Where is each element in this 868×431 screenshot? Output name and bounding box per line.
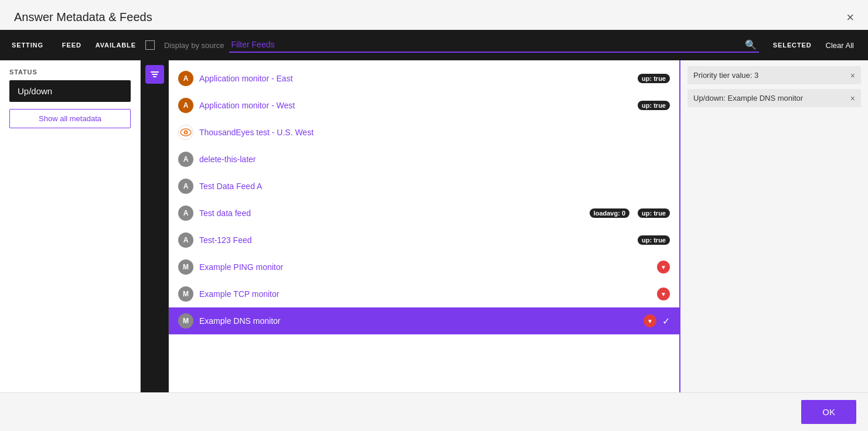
feed-item[interactable]: AApplication monitor - Westup: true [169,92,679,119]
down-arrow-icon: ▼ [657,261,670,273]
feed-item[interactable]: ThousandEyes test - U.S. West [169,119,679,146]
filter-feeds-input[interactable] [232,37,743,52]
feed-item-name: ThousandEyes test - U.S. West [199,128,670,137]
left-panel: STATUS Up/down Show all metadata [0,60,141,392]
selected-checkmark: ✓ [662,316,670,327]
svg-point-5 [185,132,187,134]
display-by-label: Display by source [164,41,224,50]
feed-item-name: Example PING monitor [199,262,651,272]
search-icon: 🔍 [745,39,757,50]
down-arrow-icon: ▼ [657,288,670,300]
feed-item[interactable]: ATest Data Feed A [169,173,679,200]
selected-tag: Priority tier value: 3× [687,66,861,84]
feed-avatar: A [178,232,193,248]
feed-avatar [178,125,193,140]
toolbar-feed-label: FEED [53,42,91,49]
selected-tag-close-button[interactable]: × [850,71,855,80]
toolbar-selected-label: SELECTED [764,42,821,49]
filter-icon [150,70,159,79]
feed-badge: up: true [638,101,670,110]
svg-rect-1 [152,74,158,75]
selected-tag-text: Up/down: Example DNS monitor [693,94,803,102]
feed-avatar: A [178,206,193,221]
selected-tag-close-button[interactable]: × [850,94,855,102]
feed-badge: up: true [638,74,670,83]
svg-rect-0 [151,71,159,73]
right-panel: Priority tier value: 3×Up/down: Example … [680,60,868,392]
show-all-metadata-button[interactable]: Show all metadata [9,109,131,128]
toolbar-available-label: AVAILABLE [91,42,141,49]
toolbar-setting-label: SETTING [9,42,53,49]
down-arrow-icon: ▼ [644,314,656,327]
feed-item[interactable]: ATest-123 Feedup: true [169,227,679,254]
feed-item-name: Example DNS monitor [199,316,638,326]
feed-item[interactable]: ATest data feedloadavg: 0up: true [169,200,679,227]
feed-item-name: delete-this-later [199,155,670,164]
feed-badge: up: true [638,208,670,218]
status-label: STATUS [0,60,140,80]
icon-panel [141,60,169,392]
updown-button[interactable]: Up/down [9,80,131,102]
feed-item[interactable]: MExample TCP monitor▼ [169,281,679,307]
feed-avatar: A [178,152,193,167]
feed-avatar: M [178,313,193,329]
feed-item-name: Test-123 Feed [199,235,629,245]
filter-feeds-wrapper: 🔍 [229,37,759,53]
svg-rect-2 [153,76,156,77]
feed-avatar: A [178,179,193,194]
feed-badge: loadavg: 0 [590,208,629,218]
feed-item[interactable]: Adelete-this-later [169,146,679,173]
main-content: STATUS Up/down Show all metadata AApplic… [0,60,868,392]
modal-header: Answer Metadata & Feeds × [0,0,868,30]
selected-tag-text: Priority tier value: 3 [693,71,758,80]
display-by-checkbox[interactable] [145,40,155,50]
footer: OK [0,392,868,431]
feed-item[interactable]: AApplication monitor - Eastup: true [169,65,679,92]
feed-item-name: Test data feed [199,208,581,218]
modal-title: Answer Metadata & Feeds [14,11,152,24]
feed-item[interactable]: MExample DNS monitor▼✓ [169,307,679,334]
close-button[interactable]: × [846,11,854,24]
ok-button[interactable]: OK [801,400,856,424]
toolbar: SETTING FEED AVAILABLE Display by source… [0,30,868,60]
feed-item[interactable]: MExample PING monitor▼ [169,254,679,281]
feed-badge: up: true [638,235,670,245]
modal-overlay: Answer Metadata & Feeds × SETTING FEED A… [0,0,868,431]
clear-all-button[interactable]: Clear All [821,41,859,50]
filter-icon-button[interactable] [145,65,164,84]
feed-avatar: M [178,259,193,275]
selected-tag: Up/down: Example DNS monitor× [687,89,861,107]
feed-avatar: A [178,98,193,113]
feed-list: AApplication monitor - Eastup: trueAAppl… [169,60,680,392]
feed-avatar: A [178,71,193,86]
feed-item-name: Example TCP monitor [199,289,651,299]
feed-item-name: Test Data Feed A [199,182,670,191]
feed-item-name: Application monitor - East [199,74,629,83]
modal: Answer Metadata & Feeds × SETTING FEED A… [0,0,868,431]
feed-item-name: Application monitor - West [199,101,629,110]
feed-avatar: M [178,286,193,302]
